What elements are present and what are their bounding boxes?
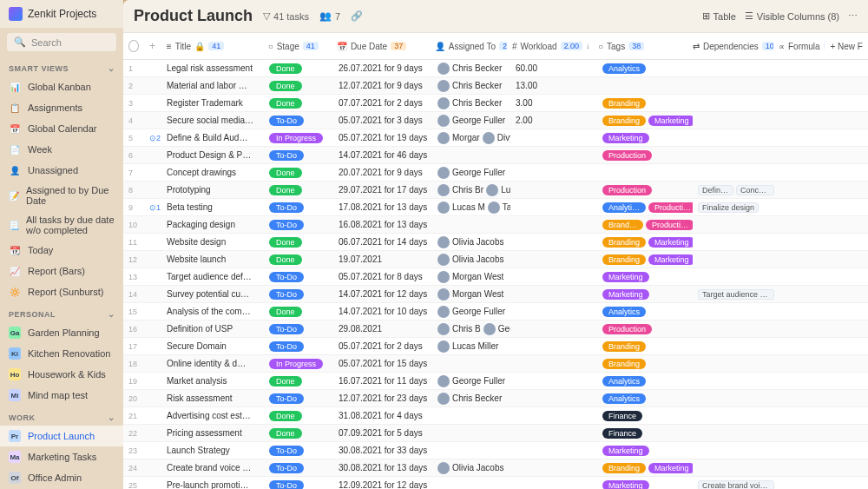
table-row[interactable]: 3Register TrademarkDone07.07.2021 for 2 … [123,95,868,112]
select-all[interactable] [123,38,144,54]
sidebar-item[interactable]: 👤Unassigned [0,160,123,181]
table-row[interactable]: 5⊙2Define & Build Aud…In Progress05.07.2… [123,129,868,147]
task-title: Beta testing [161,201,264,214]
visible-columns-button[interactable]: ☰ Visible Columns (8) [745,10,839,22]
sidebar-item[interactable]: GaGarden Planning [0,322,123,343]
logo-icon [9,7,23,21]
task-title: Definition of USP [161,322,264,335]
col-workload[interactable]: # Workload 2.00 ↓ ▾ [507,38,593,54]
sidebar-item[interactable]: 📃All tasks by due date w/o completed [0,210,123,240]
tags-cell: Analytics [597,305,693,319]
section-work[interactable]: WORK⌄ [0,406,123,426]
task-title: Concept drawings [161,166,264,179]
assigned-cell: Morgan West [432,287,510,302]
table-row[interactable]: 17Secure DomainTo-Do05.07.2021 for 2 day… [123,338,868,355]
task-title: Register Trademark [161,96,264,109]
task-title: Define & Build Aud… [161,131,264,144]
sidebar-item[interactable]: 📅Global Calendar [0,118,123,139]
table-row[interactable]: 12Website launchDone19.07.2021Olivia Jac… [123,251,868,268]
stage-cell: Done [264,166,333,180]
tags-cell: Analytics [597,392,693,406]
dependencies-cell [693,432,779,435]
formula-cell [779,293,832,296]
table-row[interactable]: 20Risk assessmentTo-Do12.07.2021 for 23 … [123,390,868,407]
table-row[interactable]: 24Create brand voice …To-Do30.08.2021 fo… [123,459,868,477]
table-row[interactable]: 11Website designDone06.07.2021 for 14 da… [123,234,868,251]
search-input[interactable]: 🔍 Search [7,33,116,51]
table-row[interactable]: 10Packaging designTo-Do16.08.2021 for 13… [123,216,868,234]
col-dependencies[interactable]: ⇄ Dependencies 10 [687,38,773,54]
row-number: 4 [123,115,144,127]
sidebar-item[interactable]: KiKitchen Renovation [0,343,123,364]
subtask-indicator: ⊙1 [144,202,161,214]
tags-cell: Analyti… Producti… [597,201,693,215]
table-row[interactable]: 4Secure social media…To-Do05.07.2021 for… [123,112,868,129]
row-number: 22 [123,427,144,439]
project-badge-icon: Ma [9,451,21,463]
table-row[interactable]: 9⊙1Beta testingTo-Do17.08.2021 for 13 da… [123,199,868,216]
dependencies-cell [693,466,779,470]
table-view-button[interactable]: ⊞ Table [702,10,736,22]
col-title[interactable]: ≡ Title 🔒 41 [161,38,263,54]
subtask-indicator [144,188,161,192]
sidebar-item[interactable]: 📝Assigned to by Due Date [0,181,123,210]
sidebar-item[interactable]: OfOffice Admin [0,467,123,488]
table-row[interactable]: 18Online identity & d…In Progress05.07.2… [123,355,868,373]
task-title: Secure Domain [161,340,264,353]
workload-cell [510,327,597,331]
sidebar-item[interactable]: HoHousework & Kids [0,364,123,385]
sidebar-item[interactable]: MiMind map test [0,385,123,406]
formula-cell [779,67,832,70]
filter-tasks[interactable]: ▽ 41 tasks [263,10,309,22]
sidebar-item[interactable]: 📈Report (Bars) [0,261,123,281]
sidebar-item[interactable]: MaMarketing Tasks [0,446,123,467]
task-title: Analysis of the com… [161,305,264,318]
view-icon: 📆 [9,244,21,256]
sidebar-item[interactable]: 📆Today [0,240,123,261]
subtask-indicator [144,275,161,279]
subtask-indicator [144,67,161,70]
col-assigned[interactable]: 👤 Assigned To 24 [430,38,507,54]
table-row[interactable]: 6Product Design & P…To-Do14.07.2021 for … [123,147,868,164]
assigned-cell: MorgarDivya C [432,130,510,146]
sidebar-item[interactable]: 📄Week [0,139,123,160]
sidebar-item[interactable]: 📋Assignments [0,97,123,118]
sidebar-item[interactable]: PrProduct Launch [0,426,123,446]
col-formula[interactable]: ∝ Formula 0.00 [773,38,825,54]
add-column-left[interactable]: + [144,38,161,54]
attachment-icon[interactable]: 🔗 [351,10,363,22]
task-title: Website launch [161,253,264,266]
table-row[interactable]: 23Launch StrategyTo-Do30.08.2021 for 33 … [123,442,868,459]
table-row[interactable]: 13Target audience def…To-Do05.07.2021 fo… [123,268,868,286]
table-row[interactable]: 1Legal risk assessmentDone26.07.2021 for… [123,60,868,77]
table-row[interactable]: 7Concept drawingsDone20.07.2021 for 9 da… [123,164,868,182]
due-date-cell: 14.07.2021 for 10 days [333,305,432,318]
table-row[interactable]: 8PrototypingDone29.07.2021 for 17 daysCh… [123,182,868,199]
section-personal[interactable]: PERSONAL⌄ [0,302,123,322]
table-row[interactable]: 25Pre-launch promoti…To-Do12.09.2021 for… [123,477,868,489]
table-row[interactable]: 14Survey potential cu…To-Do14.07.2021 fo… [123,286,868,303]
col-tags[interactable]: ○ Tags 38 [593,38,687,54]
table-row[interactable]: 2Material and labor …Done12.07.2021 for … [123,77,868,95]
table-row[interactable]: 19Market analysisDone16.07.2021 for 11 d… [123,373,868,390]
workload-cell [510,414,597,418]
dependencies-cell [693,136,779,140]
people-count[interactable]: 👥 7 [319,10,340,22]
workload-cell [510,258,597,261]
new-field-button[interactable]: + New F [825,38,868,54]
table-row[interactable]: 15Analysis of the com…Done14.07.2021 for… [123,303,868,320]
stage-cell: To-Do [264,340,333,354]
table-row[interactable]: 21Advertising cost est…Done31.08.2021 fo… [123,407,868,425]
dependencies-cell [693,223,779,227]
dependencies-cell [693,84,779,88]
sidebar-item[interactable]: 📊Global Kanban [0,76,123,97]
sidebar-item[interactable]: 🔆Report (Sunburst) [0,281,123,302]
more-icon[interactable]: ⋯ [848,10,858,22]
section-smart-views[interactable]: SMART VIEWS⌄ [0,56,123,76]
table-row[interactable]: 22Pricing assessmentDone07.09.2021 for 5… [123,425,868,442]
subtask-indicator [144,414,161,418]
col-stage[interactable]: ○ Stage 41 [263,38,332,54]
table-row[interactable]: 16Definition of USPTo-Do29.08.2021Chris … [123,320,868,338]
subtask-indicator [144,466,161,470]
col-due-date[interactable]: 📅 Due Date 37 [332,38,430,54]
